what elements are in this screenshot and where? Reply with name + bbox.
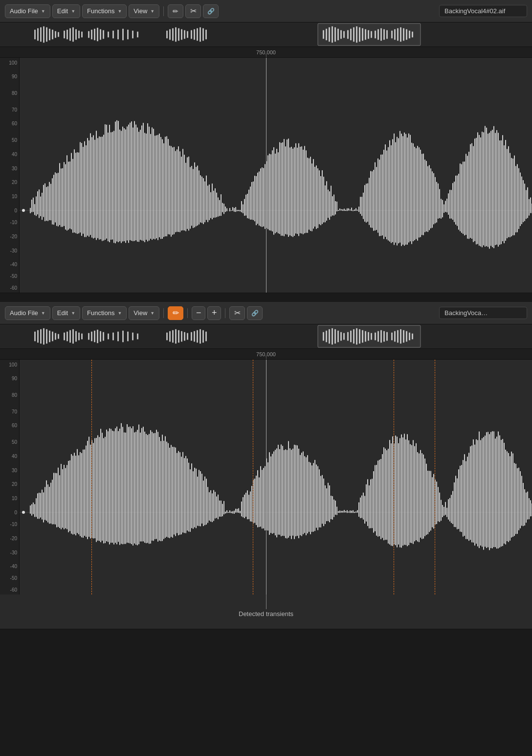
zoom-out-btn[interactable]: − — [192, 306, 205, 320]
functions-label: Functions — [87, 7, 114, 15]
svg-rect-108 — [181, 331, 182, 342]
svg-rect-38 — [194, 29, 195, 40]
svg-rect-6 — [52, 30, 53, 40]
playhead-2 — [266, 360, 266, 595]
link-btn[interactable]: 🔗 — [203, 4, 219, 18]
link-btn-2[interactable]: 🔗 — [247, 306, 263, 320]
audio-file-menu-2[interactable]: Audio File ▼ — [5, 306, 50, 320]
svg-rect-36 — [187, 31, 188, 38]
y-n40: -40 — [10, 262, 17, 267]
svg-rect-86 — [72, 329, 74, 344]
svg-rect-4 — [46, 27, 47, 42]
transient-icon: ✏ — [173, 308, 179, 318]
view-label: View — [133, 7, 147, 15]
zoom-in-btn[interactable]: + — [207, 306, 221, 320]
svg-rect-37 — [191, 30, 192, 39]
panel-gap — [0, 293, 532, 302]
waveform-2[interactable]: 100 90 80 70 60 50 40 30 20 10 0 -10 -20… — [0, 360, 532, 595]
y-80: 80 — [12, 91, 17, 96]
scissors-tool-btn[interactable]: ✂ — [185, 4, 201, 18]
y-70: 70 — [12, 107, 17, 112]
svg-rect-85 — [69, 330, 71, 343]
svg-rect-40 — [200, 27, 201, 42]
toolbar-2: Audio File ▼ Edit ▼ Functions ▼ View ▼ ✏… — [0, 302, 532, 324]
annotation-area: Detected transients — [0, 595, 532, 629]
view-menu-2[interactable]: View ▼ — [129, 306, 159, 320]
svg-rect-114 — [200, 329, 201, 344]
y-30: 30 — [12, 165, 17, 171]
svg-rect-21 — [103, 30, 104, 39]
svg-rect-39 — [197, 28, 198, 41]
waveform-canvas-1 — [20, 58, 532, 293]
overview-waveform-2 — [0, 324, 532, 348]
ruler-1: 750,000 — [0, 47, 532, 58]
svg-rect-41 — [202, 28, 204, 41]
svg-rect-105 — [172, 330, 174, 343]
svg-rect-27 — [132, 31, 133, 39]
svg-rect-93 — [97, 330, 98, 343]
y-axis-2: 100 90 80 70 60 50 40 30 20 10 0 -10 -20… — [0, 360, 20, 595]
svg-rect-90 — [88, 333, 89, 340]
y-n10: -10 — [10, 220, 17, 225]
svg-rect-77 — [43, 328, 44, 344]
separator-4 — [225, 308, 225, 318]
link-icon: 🔗 — [207, 8, 215, 15]
functions-menu-2[interactable]: Functions ▼ — [82, 306, 127, 320]
transient-line-4 — [435, 360, 435, 595]
waveform-1[interactable]: 100 90 80 70 60 50 40 30 20 10 0 -10 -20… — [0, 58, 532, 293]
svg-rect-106 — [175, 329, 177, 344]
transient-detect-btn[interactable]: ✏ — [168, 306, 183, 320]
svg-rect-81 — [55, 333, 56, 340]
svg-rect-12 — [72, 27, 74, 42]
svg-rect-75 — [37, 330, 39, 343]
transient-line-3 — [394, 360, 394, 595]
svg-rect-20 — [100, 29, 101, 40]
audio-file-chevron-2: ▼ — [41, 311, 45, 316]
svg-rect-18 — [94, 29, 95, 41]
overview-bar-1 — [0, 23, 532, 47]
functions-chevron-2: ▼ — [117, 311, 122, 316]
filename-display: BackingVocal4#02.aif — [439, 5, 527, 17]
view-chevron-2: ▼ — [150, 311, 155, 316]
pencil-tool-btn[interactable]: ✏ — [168, 4, 183, 18]
separator-3 — [187, 308, 188, 318]
svg-rect-87 — [75, 331, 77, 342]
svg-rect-5 — [49, 29, 50, 41]
panel-2: Audio File ▼ Edit ▼ Functions ▼ View ▼ ✏… — [0, 302, 532, 629]
y-n50: -50 — [10, 274, 17, 279]
view-menu[interactable]: View ▼ — [129, 4, 159, 18]
svg-rect-83 — [64, 333, 65, 341]
edit-menu[interactable]: Edit ▼ — [52, 4, 80, 18]
y-50: 50 — [12, 137, 17, 143]
audio-file-chevron: ▼ — [41, 9, 45, 14]
functions-label-2: Functions — [87, 309, 114, 317]
detected-transients-label: Detected transients — [239, 610, 293, 618]
plus-icon: + — [212, 308, 217, 318]
y-n20: -20 — [10, 233, 17, 239]
audio-file-menu[interactable]: Audio File ▼ — [5, 4, 50, 18]
svg-rect-103 — [166, 333, 168, 341]
edit-menu-2[interactable]: Edit ▼ — [52, 306, 80, 320]
functions-chevron: ▼ — [117, 9, 122, 14]
scissors-tool-btn-2[interactable]: ✂ — [229, 306, 245, 320]
svg-rect-23 — [112, 31, 114, 39]
functions-menu[interactable]: Functions ▼ — [82, 4, 127, 18]
svg-rect-14 — [78, 31, 80, 39]
svg-rect-2 — [40, 27, 42, 42]
svg-rect-101 — [132, 333, 133, 341]
edit-chevron-2: ▼ — [71, 311, 75, 316]
svg-rect-99 — [122, 331, 124, 343]
edit-label-2: Edit — [57, 309, 68, 317]
scissors-icon: ✂ — [190, 6, 197, 16]
svg-rect-34 — [181, 29, 182, 40]
transient-line-1 — [91, 360, 92, 595]
svg-rect-25 — [122, 29, 124, 41]
filename-display-2: BackingVoca… — [439, 307, 527, 319]
y-90: 90 — [12, 74, 17, 79]
svg-rect-9 — [64, 31, 65, 39]
svg-rect-42 — [205, 30, 207, 40]
svg-rect-0 — [34, 30, 36, 40]
view-chevron: ▼ — [150, 9, 155, 14]
view-label-2: View — [133, 309, 147, 317]
svg-rect-16 — [88, 31, 89, 38]
